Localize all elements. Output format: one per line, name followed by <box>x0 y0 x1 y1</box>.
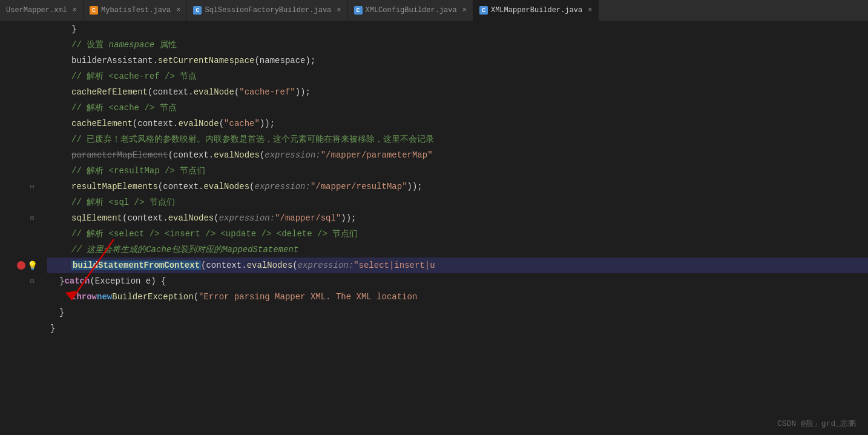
gutter-marker-15 <box>0 242 38 257</box>
line-content-8: // 已废弃！老式风格的参数映射。内联参数是首选，这个元素可能在将来被移除，这里… <box>47 134 434 145</box>
code-line-15: // 这里会将生成的Cache包装到对应的MappedStatement <box>47 242 868 257</box>
code-line-1: } <box>47 21 868 37</box>
tab-xmlmapperbuilder[interactable]: C XMLMapperBuilder.java × <box>473 0 599 21</box>
gutter-marker-19 <box>0 305 38 320</box>
tab-close-icon[interactable]: × <box>176 6 180 15</box>
gutter-marker-9 <box>0 147 38 163</box>
strikethrough-code: parameterMapElement <box>71 150 168 160</box>
line-content-15: // 这里会将生成的Cache包装到对应的MappedStatement <box>47 244 298 255</box>
code-line-16: buildStatementFromContext(context.evalNo… <box>47 257 868 273</box>
gutter-marker-13: ⊟ <box>0 210 38 226</box>
code-lines: } // 设置 namespace 属性 builderAssistant.se… <box>47 21 868 336</box>
code-line-6: // 解析 <cache /> 节点 <box>47 100 868 116</box>
tab-usermapper[interactable]: UserMapper.xml × <box>0 0 84 21</box>
gutter-marker-12 <box>0 194 38 210</box>
code-line-7: cacheElement(context.evalNode("cache")); <box>47 116 868 131</box>
tab-icon-xmlmapper: C <box>479 6 488 15</box>
gutter-marker-1 <box>0 21 38 37</box>
code-line-9: parameterMapElement(context.evalNodes( e… <box>47 147 868 163</box>
comment-text: // 解析 <sql /> 节点们 <box>71 197 175 208</box>
tab-sqlsessionfactorybuilder[interactable]: C SqlSessionFactoryBuilder.java × <box>187 0 347 21</box>
line-content-3: builderAssistant.setCurrentNamespace(nam… <box>47 56 315 65</box>
comment-text: // 解析 <resultMap /> 节点们 <box>71 165 205 176</box>
comment-text: // 解析 <cache /> 节点 <box>71 102 177 113</box>
editor-area: ⊟ ⊟ 💡 ⊟ } <box>0 21 868 435</box>
line-content-10: // 解析 <resultMap /> 节点们 <box>47 165 205 176</box>
tab-label: XMLConfigBuilder.java <box>366 6 457 15</box>
tab-bar: UserMapper.xml × C MybatisTest.java × C … <box>0 0 868 21</box>
gutter-marker-6 <box>0 100 38 116</box>
line-content-17: } catch (Exception e) { <box>47 276 166 286</box>
line-content-4: // 解析 <cache-ref /> 节点 <box>47 71 197 82</box>
comment-text: // 解析 <cache-ref /> 节点 <box>71 71 197 82</box>
tab-close-icon[interactable]: × <box>337 6 341 15</box>
code-line-2: // 设置 namespace 属性 <box>47 37 868 53</box>
comment-italic-text: // 这里会将生成的Cache包装到对应的MappedStatement <box>71 244 298 255</box>
tab-label: XMLMapperBuilder.java <box>491 6 582 15</box>
selected-method: buildStatementFromContext <box>71 261 201 270</box>
gutter-marker-14 <box>0 226 38 242</box>
code-line-10: // 解析 <resultMap /> 节点们 <box>47 163 868 179</box>
line-content-12: // 解析 <sql /> 节点们 <box>47 197 175 208</box>
gutter-marker-10 <box>0 163 38 179</box>
fold-icon-13[interactable]: ⊟ <box>28 214 36 222</box>
fold-icon-11[interactable]: ⊟ <box>28 182 36 191</box>
tab-label: MybatisTest.java <box>101 6 171 15</box>
gutter-marker-7 <box>0 116 38 131</box>
gutter-marker-20 <box>0 320 38 336</box>
tab-icon-sql: C <box>193 6 202 15</box>
code-text: builderAssistant. <box>71 56 158 65</box>
gutter-marker-2 <box>0 37 38 53</box>
code-line-8: // 已废弃！老式风格的参数映射。内联参数是首选，这个元素可能在将来被移除，这里… <box>47 131 868 147</box>
tab-label: SqlSessionFactoryBuilder.java <box>205 6 331 15</box>
gutter-marker-5 <box>0 84 38 100</box>
code-line-13: sqlElement(context.evalNodes( expression… <box>47 210 868 226</box>
gutter-marker-11: ⊟ <box>0 179 38 194</box>
tab-close-icon[interactable]: × <box>588 6 592 15</box>
code-line-20: } <box>47 320 868 336</box>
line-content-2: // 设置 namespace 属性 <box>47 39 177 50</box>
gutter-marker-18 <box>0 289 38 305</box>
line-content-16: buildStatementFromContext(context.evalNo… <box>47 261 435 270</box>
code-line-11: resultMapElements(context.evalNodes( exp… <box>47 179 868 194</box>
tab-close-icon[interactable]: × <box>462 6 467 15</box>
tab-close-icon[interactable]: × <box>73 6 77 15</box>
comment-text: // 解析 <select /> <insert /> <update /> <… <box>71 228 358 239</box>
tab-xmlconfigbuilder[interactable]: C XMLConfigBuilder.java × <box>348 0 473 21</box>
comment-text: // 设置 namespace 属性 <box>71 39 177 50</box>
code-line-4: // 解析 <cache-ref /> 节点 <box>47 68 868 84</box>
gutter: ⊟ ⊟ 💡 ⊟ <box>0 21 41 435</box>
line-content-19: } <box>47 308 64 317</box>
line-content-13: sqlElement(context.evalNodes( expression… <box>47 213 357 223</box>
code-line-17: } catch (Exception e) { <box>47 273 868 289</box>
line-content-11: resultMapElements(context.evalNodes( exp… <box>47 182 422 191</box>
line-content-5: cacheRefElement(context.evalNode("cache-… <box>47 87 311 97</box>
gutter-marker-8 <box>0 131 38 147</box>
tab-icon-xmlconfig: C <box>354 6 363 15</box>
line-content-20: } <box>47 324 55 333</box>
gutter-marker-3 <box>0 53 38 68</box>
gutter-marker-4 <box>0 68 38 84</box>
code-content: } // 设置 namespace 属性 builderAssistant.se… <box>41 21 868 435</box>
tab-mybatistest[interactable]: C MybatisTest.java × <box>84 0 187 21</box>
fold-icon-17[interactable]: ⊟ <box>28 277 36 285</box>
breakpoint-indicator[interactable] <box>17 261 25 270</box>
line-content-1: } <box>47 24 76 34</box>
code-line-5: cacheRefElement(context.evalNode("cache-… <box>47 84 868 100</box>
watermark: CSDN @殷」grd_志鹏 <box>777 418 856 429</box>
gutter-marker-17: ⊟ <box>0 273 38 289</box>
bulb-icon[interactable]: 💡 <box>27 261 38 271</box>
code-line-14: // 解析 <select /> <insert /> <update /> <… <box>47 226 868 242</box>
line-content-9: parameterMapElement(context.evalNodes( e… <box>47 150 433 160</box>
code-line-12: // 解析 <sql /> 节点们 <box>47 194 868 210</box>
code-text: } <box>71 24 76 34</box>
code-line-18: throw new BuilderException("Error parsin… <box>47 289 868 305</box>
gutter-marker-16: 💡 <box>0 257 38 273</box>
line-content-14: // 解析 <select /> <insert /> <update /> <… <box>47 228 358 239</box>
tab-icon-mybatistest: C <box>90 6 98 15</box>
code-line-19: } <box>47 305 868 320</box>
line-content-6: // 解析 <cache /> 节点 <box>47 102 177 113</box>
tab-label: UserMapper.xml <box>6 6 67 15</box>
comment-text: // 已废弃！老式风格的参数映射。内联参数是首选，这个元素可能在将来被移除，这里… <box>71 134 434 145</box>
line-content-7: cacheElement(context.evalNode("cache")); <box>47 119 275 128</box>
